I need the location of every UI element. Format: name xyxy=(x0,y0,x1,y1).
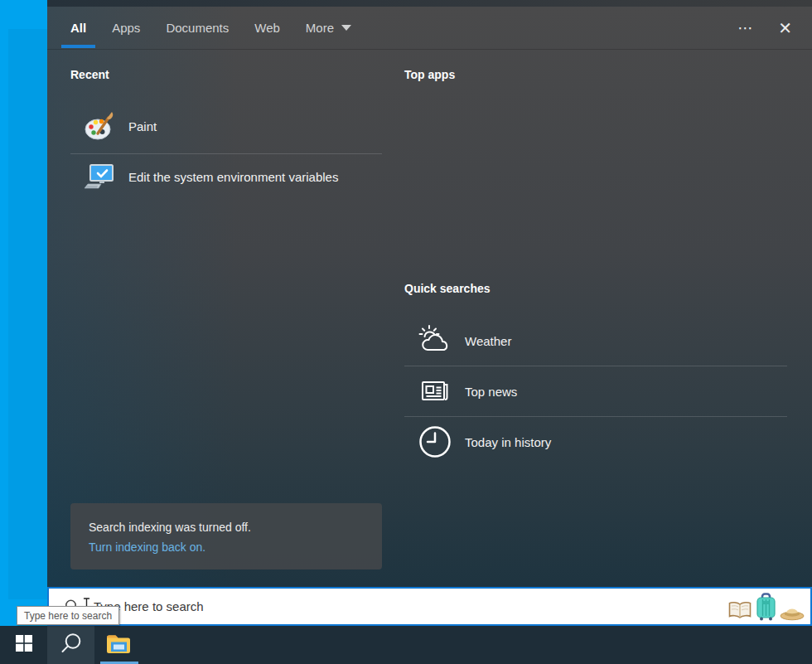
indexing-notice-message: Search indexing was turned off. xyxy=(89,517,382,537)
indexing-notice: Search indexing was turned off. Turn ind… xyxy=(70,503,382,569)
tab-web-label: Web xyxy=(254,21,280,35)
search-filter-tabs: All Apps Documents Web More ⋯ ✕ xyxy=(47,7,812,50)
active-tab-indicator xyxy=(61,45,95,48)
recent-heading: Recent xyxy=(70,66,382,83)
system-properties-icon xyxy=(82,160,115,193)
recent-divider xyxy=(70,153,382,154)
taskbar-search-button[interactable] xyxy=(47,626,94,664)
more-options-icon[interactable]: ⋯ xyxy=(737,19,753,37)
paint-icon xyxy=(82,109,115,143)
tab-apps[interactable]: Apps xyxy=(112,7,140,49)
screen-top-edge xyxy=(47,0,812,7)
recent-item-env-variables[interactable]: Edit the system environment variables xyxy=(70,156,382,197)
desktop-background xyxy=(8,29,47,599)
recent-item-paint[interactable]: Paint xyxy=(70,105,382,147)
tab-apps-label: Apps xyxy=(112,21,140,35)
open-book-emoji[interactable] xyxy=(727,599,752,621)
search-input[interactable] xyxy=(94,599,727,613)
quick-searches-heading: Quick searches xyxy=(404,280,787,297)
start-button[interactable] xyxy=(0,626,47,664)
news-icon xyxy=(417,373,453,410)
quick-search-label: Today in history xyxy=(465,435,551,449)
luggage-emoji[interactable] xyxy=(755,593,777,621)
weather-icon xyxy=(417,322,453,359)
quick-searches-list: Weather Top news xyxy=(404,316,787,467)
tab-web[interactable]: Web xyxy=(254,7,280,49)
recent-item-label: Paint xyxy=(128,119,157,133)
recent-item-label: Edit the system environment variables xyxy=(128,170,338,184)
right-column: Top apps Quick searches Weather xyxy=(404,66,787,467)
tab-documents-label: Documents xyxy=(166,21,229,35)
close-icon[interactable]: ✕ xyxy=(778,18,792,38)
windows-desktop: All Apps Documents Web More ⋯ ✕ Rec xyxy=(0,0,812,664)
tab-all-label: All xyxy=(70,21,86,35)
quick-search-weather[interactable]: Weather xyxy=(404,316,787,366)
tab-more[interactable]: More xyxy=(306,7,351,49)
tab-all[interactable]: All xyxy=(70,7,86,49)
turn-indexing-on-link[interactable]: Turn indexing back on. xyxy=(89,537,205,557)
quick-search-label: Weather xyxy=(465,334,511,348)
quick-search-top-news[interactable]: Top news xyxy=(404,366,787,416)
search-tooltip: Type here to search xyxy=(17,606,119,625)
tab-documents[interactable]: Documents xyxy=(166,7,229,49)
recent-section: Recent xyxy=(70,66,382,197)
chevron-down-icon xyxy=(341,25,351,31)
sun-hat-emoji[interactable] xyxy=(780,603,805,621)
search-bar xyxy=(47,587,812,626)
header-actions: ⋯ ✕ xyxy=(737,7,792,50)
folder-icon xyxy=(106,633,131,657)
quick-search-label: Top news xyxy=(465,385,517,399)
top-apps-heading: Top apps xyxy=(404,66,787,83)
taskbar xyxy=(0,626,812,664)
quick-search-today-in-history[interactable]: Today in history xyxy=(404,417,787,467)
file-explorer-button[interactable] xyxy=(94,626,142,664)
recent-list: Paint Edit the system environment variab xyxy=(70,105,382,197)
search-suggestion-icons xyxy=(727,593,805,621)
tab-more-label: More xyxy=(306,21,334,35)
search-icon xyxy=(60,632,83,658)
windows-logo-icon xyxy=(16,635,32,655)
clock-icon xyxy=(417,424,453,460)
search-flyout-panel: All Apps Documents Web More ⋯ ✕ Rec xyxy=(47,7,812,587)
